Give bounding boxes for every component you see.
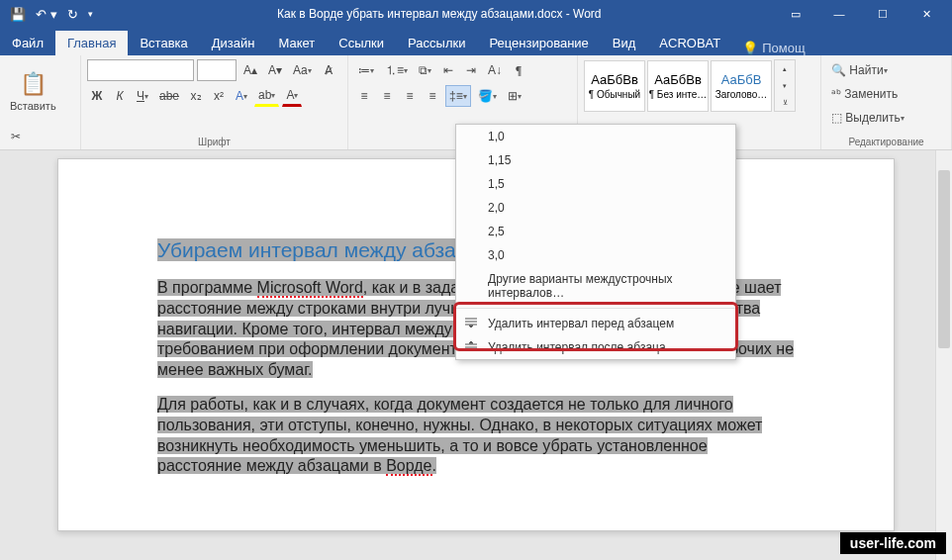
- italic-button[interactable]: К: [110, 85, 130, 107]
- replace-icon: ᵃᵇ: [831, 87, 841, 101]
- tab-view[interactable]: Вид: [601, 31, 648, 55]
- tab-design[interactable]: Дизайн: [200, 31, 267, 55]
- bulb-icon: 💡: [742, 41, 758, 55]
- styles-down-button[interactable]: ▾: [775, 77, 795, 94]
- qat-customize-icon[interactable]: ▾: [88, 9, 93, 19]
- style-heading1[interactable]: АаБбВ Заголово…: [711, 60, 772, 112]
- window-title: Как в Ворде убрать интервал между абзаца…: [103, 7, 776, 21]
- style-normal-label: ¶ Обычный: [589, 89, 640, 100]
- clipboard-icon: 📋: [20, 71, 47, 97]
- spacing-option-2-5[interactable]: 2,5: [456, 220, 735, 243]
- change-case-button[interactable]: Aa: [289, 59, 316, 81]
- tab-insert[interactable]: Вставка: [128, 31, 199, 55]
- minimize-button[interactable]: —: [819, 4, 859, 24]
- shading-button[interactable]: 🪣: [474, 85, 501, 107]
- underline-button[interactable]: Ч: [133, 85, 152, 107]
- line-spacing-button[interactable]: ‡≡: [445, 85, 471, 107]
- group-clipboard: 📋 Вставить ✂ ⎘ 🖌 Буфер обм…: [0, 55, 81, 149]
- bold-button[interactable]: Ж: [87, 85, 107, 107]
- font-size-input[interactable]: [197, 59, 237, 81]
- undo-icon[interactable]: ↶ ▾: [36, 7, 57, 22]
- remove-before-icon: [464, 317, 478, 328]
- show-marks-button[interactable]: ¶: [509, 59, 528, 81]
- maximize-button[interactable]: ☐: [863, 4, 903, 24]
- close-button[interactable]: ✕: [906, 4, 946, 24]
- justify-button[interactable]: ≡: [423, 85, 442, 107]
- editing-group-label: Редактирование: [827, 135, 945, 147]
- align-left-button[interactable]: ≡: [354, 85, 374, 107]
- spacing-option-1-0[interactable]: 1,0: [456, 125, 735, 148]
- styles-up-button[interactable]: ▴: [775, 60, 795, 77]
- ribbon-display-icon[interactable]: ▭: [776, 4, 815, 24]
- multilevel-list-button[interactable]: ⧉: [415, 59, 435, 81]
- font-group-label: Шрифт: [87, 135, 341, 147]
- style-heading1-label: Заголово…: [715, 89, 768, 100]
- tab-home[interactable]: Главная: [55, 31, 128, 55]
- spacing-option-1-5[interactable]: 1,5: [456, 172, 735, 196]
- bullets-button[interactable]: ≔: [354, 59, 378, 81]
- style-normal[interactable]: АаБбВв ¶ Обычный: [584, 60, 645, 112]
- group-font: A▴ A▾ Aa A̷ Ж К Ч abe x₂ x² A ab A Шрифт: [81, 55, 348, 149]
- cut-button[interactable]: ✂: [6, 126, 26, 147]
- quick-access-toolbar: 💾 ↶ ▾ ↻ ▾: [0, 7, 103, 22]
- document-paragraph-2: Для работы, как и в случаях, когда докум…: [157, 395, 795, 477]
- spacing-other-options[interactable]: Другие варианты междустрочных интервалов…: [456, 267, 735, 305]
- tab-review[interactable]: Рецензирование: [477, 31, 600, 55]
- vertical-scrollbar[interactable]: [935, 150, 952, 560]
- font-color-button[interactable]: A: [282, 85, 302, 107]
- tab-layout[interactable]: Макет: [266, 31, 327, 55]
- spacing-option-1-15[interactable]: 1,15: [456, 148, 735, 172]
- ribbon-tabs: Файл Главная Вставка Дизайн Макет Ссылки…: [0, 28, 952, 55]
- select-label: Выделить: [845, 111, 900, 125]
- paste-button[interactable]: 📋 Вставить: [6, 59, 60, 123]
- window-controls: ▭ — ☐ ✕: [776, 4, 952, 24]
- remove-before-label: Удалить интервал перед абзацем: [488, 317, 674, 330]
- titlebar: 💾 ↶ ▾ ↻ ▾ Как в Ворде убрать интервал ме…: [0, 0, 952, 28]
- remove-space-after[interactable]: Удалить интервал после абзаца: [456, 335, 735, 359]
- tell-me[interactable]: 💡 Помощ: [742, 41, 805, 55]
- redo-icon[interactable]: ↻: [67, 7, 78, 22]
- tab-acrobat[interactable]: ACROBAT: [647, 31, 732, 55]
- tab-references[interactable]: Ссылки: [327, 31, 396, 55]
- save-icon[interactable]: 💾: [10, 7, 26, 22]
- decrease-indent-button[interactable]: ⇤: [438, 59, 458, 81]
- find-button[interactable]: 🔍 Найти: [827, 59, 918, 81]
- remove-space-before[interactable]: Удалить интервал перед абзацем: [456, 312, 735, 335]
- spacing-option-3-0[interactable]: 3,0: [456, 243, 735, 267]
- borders-button[interactable]: ⊞: [504, 85, 525, 107]
- find-label: Найти: [849, 63, 883, 77]
- style-sample-text: АаБбВв: [654, 72, 702, 87]
- highlight-button[interactable]: ab: [254, 85, 279, 107]
- replace-label: Заменить: [844, 87, 898, 101]
- style-nospacing[interactable]: АаБбВв ¶ Без инте…: [647, 60, 709, 112]
- remove-after-icon: [464, 340, 478, 352]
- watermark: user-life.com: [840, 532, 946, 554]
- align-right-button[interactable]: ≡: [400, 85, 420, 107]
- replace-button[interactable]: ᵃᵇ Заменить: [827, 83, 918, 105]
- align-center-button[interactable]: ≡: [377, 85, 397, 107]
- text-effects-button[interactable]: A: [232, 85, 251, 107]
- spacing-option-2-0[interactable]: 2,0: [456, 196, 735, 220]
- scrollbar-thumb[interactable]: [938, 170, 950, 348]
- find-icon: 🔍: [831, 63, 846, 77]
- subscript-button[interactable]: x₂: [186, 85, 206, 107]
- clear-formatting-button[interactable]: A̷: [319, 59, 338, 81]
- tell-me-label: Помощ: [762, 41, 805, 55]
- strikethrough-button[interactable]: abe: [155, 85, 183, 107]
- style-nospacing-label: ¶ Без инте…: [649, 89, 708, 100]
- tab-mailings[interactable]: Рассылки: [396, 31, 477, 55]
- styles-more-button[interactable]: ⊻: [775, 94, 795, 111]
- tab-file[interactable]: Файл: [0, 31, 55, 55]
- grow-font-button[interactable]: A▴: [239, 59, 261, 81]
- remove-after-label: Удалить интервал после абзаца: [488, 340, 666, 354]
- style-sample-text: АаБбВв: [591, 72, 638, 87]
- increase-indent-button[interactable]: ⇥: [461, 59, 481, 81]
- superscript-button[interactable]: x²: [209, 85, 229, 107]
- group-editing: 🔍 Найти ᵃᵇ Заменить ⬚ Выделить Редактиро…: [821, 55, 952, 149]
- font-name-input[interactable]: [87, 59, 194, 81]
- numbering-button[interactable]: ⒈≡: [381, 59, 412, 81]
- shrink-font-button[interactable]: A▾: [264, 59, 286, 81]
- select-button[interactable]: ⬚ Выделить: [827, 107, 918, 129]
- menu-separator: [456, 308, 735, 309]
- sort-button[interactable]: A↓: [484, 59, 506, 81]
